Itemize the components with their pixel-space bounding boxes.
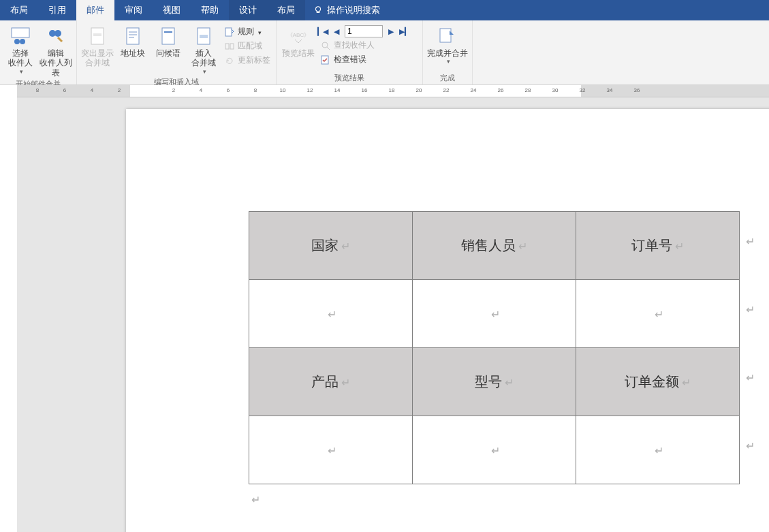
ruler-mark: 30	[552, 87, 559, 93]
table-cell[interactable]: 销售人员	[413, 212, 576, 280]
find-recipient-button: 查找收件人	[317, 39, 420, 52]
cell-text: 产品	[311, 374, 350, 389]
finish-merge-label: 完成并合并	[427, 48, 468, 58]
paragraph-mark-icon: ↵	[746, 235, 755, 248]
page[interactable]: 国家 销售人员 订单号 产品 型号 订单金额	[126, 109, 769, 532]
table-cell[interactable]	[249, 416, 413, 484]
ruler-mark: 12	[307, 87, 313, 93]
check-errors-button[interactable]: 检查错误	[317, 53, 420, 66]
greeting-line-button[interactable]: 问候语	[151, 22, 186, 58]
vertical-ruler[interactable]	[0, 85, 17, 532]
cell-text: 订单金额	[625, 374, 691, 389]
address-block-icon	[122, 25, 144, 47]
tab-view[interactable]: 视图	[153, 0, 191, 20]
ruler-mark: 8	[36, 87, 39, 93]
table-cell[interactable]	[413, 416, 576, 484]
paragraph-mark-icon: ↵	[746, 303, 755, 316]
ruler-mark: 4	[91, 87, 93, 93]
cell-text: 订单号	[631, 238, 684, 253]
tab-table-layout[interactable]: 布局	[267, 0, 305, 20]
next-record-button[interactable]: ▶	[386, 26, 396, 37]
cell-text: 国家	[311, 238, 350, 253]
update-icon	[224, 55, 235, 66]
paragraph-mark-icon: ↵	[251, 493, 260, 506]
tab-mailings[interactable]: 邮件	[76, 0, 114, 20]
record-number-input[interactable]	[345, 25, 383, 37]
search-icon	[320, 40, 331, 51]
check-errors-label: 检查错误	[334, 54, 366, 65]
paragraph-mark-icon: ↵	[746, 371, 755, 384]
prev-record-button[interactable]: ◀	[331, 26, 342, 37]
edit-recipients-label: 编辑 收件人列表	[40, 48, 72, 78]
finish-merge-button[interactable]: 完成并合并	[426, 22, 469, 65]
group-finish-label: 完成	[426, 72, 469, 84]
svg-rect-7	[93, 33, 101, 36]
update-labels-button: 更新标签	[221, 54, 273, 67]
tell-me-label: 操作说明搜索	[327, 4, 380, 16]
table-cell[interactable]	[413, 280, 576, 348]
cell-text: 销售人员	[461, 238, 527, 253]
tab-layout[interactable]: 布局	[0, 0, 38, 20]
insert-field-icon	[193, 25, 215, 47]
cell-text: 型号	[475, 374, 514, 389]
insert-merge-field-button[interactable]: 插入 合并域	[186, 22, 221, 76]
table-cell[interactable]	[576, 416, 740, 484]
tab-references[interactable]: 引用	[38, 0, 76, 20]
tab-help[interactable]: 帮助	[191, 0, 229, 20]
ruler-mark: 26	[498, 87, 504, 93]
ruler-mark: 32	[580, 87, 586, 93]
svg-point-0	[316, 7, 321, 12]
group-write-insert: 突出显示 合并域 地址块 问候语 插入 合并域	[77, 20, 277, 84]
select-recipients-label: 选择 收件人	[8, 48, 33, 68]
document-area[interactable]: 8 6 4 2 2 4 6 8 10 12 14 16 18 20 22 24 …	[17, 85, 769, 532]
match-icon	[224, 41, 235, 52]
select-recipients-button[interactable]: 选择 收件人	[3, 22, 38, 76]
ruler-mark: 18	[389, 87, 395, 93]
svg-rect-8	[127, 28, 139, 44]
document-table[interactable]: 国家 销售人员 订单号 产品 型号 订单金额	[249, 211, 740, 484]
table-cell[interactable]	[249, 280, 413, 348]
svg-rect-12	[162, 28, 174, 44]
tab-review[interactable]: 审阅	[114, 0, 153, 20]
svg-point-3	[20, 39, 25, 44]
first-record-button[interactable]: ▎◀	[317, 26, 328, 37]
find-recipient-label: 查找收件人	[334, 40, 375, 51]
ruler-mark: 2	[118, 87, 121, 93]
address-block-button[interactable]: 地址块	[115, 22, 151, 58]
table-cell[interactable]: 订单金额	[576, 348, 740, 416]
group-preview-results: 《ABC》 预览结果 ▎◀ ◀ ▶ ▶▎ 查找收件人 检查错误	[277, 20, 423, 84]
tab-design[interactable]: 设计	[229, 0, 267, 20]
last-record-button[interactable]: ▶▎	[399, 26, 410, 37]
people-icon	[10, 25, 31, 47]
table-cell[interactable]: 订单号	[576, 212, 740, 280]
greeting-label: 问候语	[156, 48, 181, 58]
svg-point-5	[54, 30, 61, 37]
rules-button[interactable]: 规则	[221, 25, 273, 38]
editor-workspace: 8 6 4 2 2 4 6 8 10 12 14 16 18 20 22 24 …	[0, 85, 769, 532]
table-cell[interactable]: 产品	[249, 348, 413, 416]
lightbulb-icon	[313, 5, 323, 15]
ruler-mark: 10	[280, 87, 286, 93]
insert-merge-label: 插入 合并域	[191, 48, 216, 68]
group-preview-label: 预览结果	[279, 72, 420, 84]
svg-rect-23	[440, 29, 451, 42]
ruler-mark: 8	[254, 87, 257, 93]
chevron-down-icon	[445, 58, 450, 65]
svg-rect-18	[230, 44, 234, 49]
group-finish: 完成并合并 完成	[423, 20, 473, 84]
ruler-mark: 16	[362, 87, 368, 93]
ribbon: 选择 收件人 编辑 收件人列表 开始邮件合并 突出显示 合并域	[0, 20, 769, 85]
match-fields-label: 匹配域	[238, 40, 262, 52]
table-cell[interactable]: 型号	[413, 348, 576, 416]
paragraph-mark-icon: ↵	[746, 439, 755, 452]
ruler-mark: 24	[471, 87, 477, 93]
ribbon-tabs: 布局 引用 邮件 审阅 视图 帮助 设计 布局 操作说明搜索	[0, 0, 769, 20]
table-cell[interactable]	[576, 280, 740, 348]
table-cell[interactable]: 国家	[249, 212, 413, 280]
highlight-merge-fields-button: 突出显示 合并域	[80, 22, 115, 68]
edit-recipient-list-button[interactable]: 编辑 收件人列表	[38, 22, 74, 78]
horizontal-ruler[interactable]: 8 6 4 2 2 4 6 8 10 12 14 16 18 20 22 24 …	[17, 85, 769, 97]
tell-me-search[interactable]: 操作说明搜索	[305, 4, 388, 16]
svg-line-21	[327, 47, 330, 50]
svg-point-20	[322, 42, 328, 48]
